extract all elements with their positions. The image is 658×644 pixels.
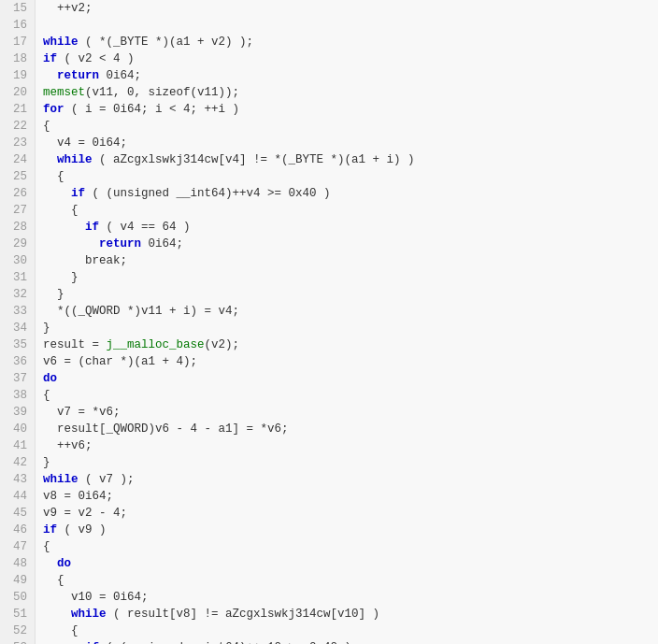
- line-number: 43: [7, 471, 27, 488]
- line-number: 31: [7, 269, 27, 286]
- line-number: 19: [7, 67, 27, 84]
- code-line: }: [43, 454, 651, 471]
- line-number: 42: [7, 454, 27, 471]
- code-line: }: [43, 286, 651, 303]
- code-line: do: [43, 370, 651, 387]
- code-line: {: [43, 572, 651, 589]
- code-line: if ( v9 ): [43, 522, 651, 538]
- line-number: 17: [7, 34, 27, 50]
- line-number: 34: [7, 320, 27, 336]
- line-number: 30: [7, 252, 27, 269]
- code-line: [43, 17, 651, 34]
- line-number: 52: [7, 623, 27, 639]
- line-number: 32: [7, 286, 27, 303]
- code-line: {: [43, 168, 651, 185]
- code-line: *((_QWORD *)v11 + i) = v4;: [43, 303, 651, 320]
- code-line: do: [43, 555, 651, 572]
- code-line: v6 = (char *)(a1 + 4);: [43, 353, 651, 370]
- code-line: break;: [43, 252, 651, 269]
- line-number: 16: [7, 17, 27, 34]
- code-line: v7 = *v6;: [43, 404, 651, 421]
- line-number: 51: [7, 606, 27, 623]
- code-line: result[_QWORD)v6 - 4 - a1] = *v6;: [43, 421, 651, 437]
- line-number: 48: [7, 555, 27, 572]
- code-line: {: [43, 538, 651, 555]
- line-number: 53: [7, 639, 27, 644]
- line-number: 23: [7, 135, 27, 151]
- line-number: 36: [7, 353, 27, 370]
- code-content: ++v2; while ( *(_BYTE *)(a1 + v2) );if (…: [36, 0, 658, 644]
- code-line: while ( aZcgxlswkj314cw[v4] != *(_BYTE *…: [43, 151, 651, 168]
- line-number: 39: [7, 404, 27, 421]
- code-line: while ( v7 );: [43, 471, 651, 488]
- code-line: if ( v2 < 4 ): [43, 50, 651, 67]
- line-number: 27: [7, 202, 27, 219]
- line-number: 44: [7, 488, 27, 505]
- line-number: 20: [7, 84, 27, 101]
- line-number: 50: [7, 589, 27, 606]
- code-line: return 0i64;: [43, 236, 651, 252]
- code-line: if ( v4 == 64 ): [43, 219, 651, 236]
- code-line: {: [43, 202, 651, 219]
- code-line: while ( result[v8] != aZcgxlswkj314cw[v1…: [43, 606, 651, 623]
- code-container: 1516171819202122232425262728293031323334…: [0, 0, 658, 644]
- code-line: ++v6;: [43, 437, 651, 454]
- code-line: memset(v11, 0, sizeof(v11));: [43, 84, 651, 101]
- line-number: 40: [7, 421, 27, 437]
- code-line: while ( *(_BYTE *)(a1 + v2) );: [43, 34, 651, 50]
- line-number: 46: [7, 522, 27, 538]
- code-line: for ( i = 0i64; i < 4; ++i ): [43, 101, 651, 118]
- code-line: if ( (unsigned __int64)++v4 >= 0x40 ): [43, 185, 651, 202]
- line-number: 21: [7, 101, 27, 118]
- code-line: {: [43, 118, 651, 135]
- line-number: 25: [7, 168, 27, 185]
- code-line: if ( (unsigned __int64)++v10 >= 0x40 ): [43, 639, 651, 644]
- line-number: 28: [7, 219, 27, 236]
- line-number: 45: [7, 505, 27, 522]
- line-number: 41: [7, 437, 27, 454]
- line-number: 47: [7, 538, 27, 555]
- line-number: 15: [7, 0, 27, 17]
- code-line: }: [43, 269, 651, 286]
- line-number: 22: [7, 118, 27, 135]
- code-line: return 0i64;: [43, 67, 651, 84]
- code-line: ++v2;: [43, 0, 651, 17]
- line-number: 24: [7, 151, 27, 168]
- code-line: }: [43, 320, 651, 336]
- code-line: {: [43, 387, 651, 404]
- line-number: 26: [7, 185, 27, 202]
- code-line: v4 = 0i64;: [43, 135, 651, 151]
- line-number: 37: [7, 370, 27, 387]
- line-number: 38: [7, 387, 27, 404]
- line-number: 49: [7, 572, 27, 589]
- line-number: 35: [7, 336, 27, 353]
- line-number: 29: [7, 236, 27, 252]
- code-line: {: [43, 623, 651, 639]
- code-line: v8 = 0i64;: [43, 488, 651, 505]
- line-number: 18: [7, 50, 27, 67]
- line-numbers: 1516171819202122232425262728293031323334…: [0, 0, 36, 644]
- line-number: 33: [7, 303, 27, 320]
- code-line: v9 = v2 - 4;: [43, 505, 651, 522]
- code-line: v10 = 0i64;: [43, 589, 651, 606]
- code-line: result = j__malloc_base(v2);: [43, 336, 651, 353]
